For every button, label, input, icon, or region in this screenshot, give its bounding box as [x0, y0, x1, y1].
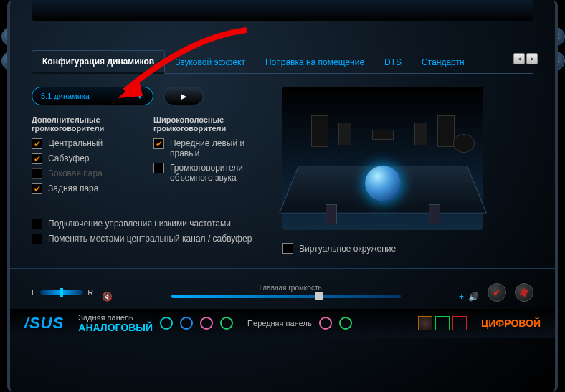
virtual-surround-label: Виртуальное окружение [299, 244, 396, 254]
mode-icon-1[interactable] [418, 316, 432, 330]
front-left-speaker-icon[interactable] [311, 115, 328, 147]
jack-pink-rear[interactable] [200, 317, 213, 330]
speaker-config-dropdown[interactable]: 5.1 динамика ▼ [32, 87, 153, 105]
speaker-layout-visual [282, 87, 483, 230]
tab-default[interactable]: Стандартн [412, 52, 475, 73]
apply-button[interactable] [488, 283, 506, 302]
listener-orb-icon [365, 166, 401, 201]
check-side-pair: Боковая пара [32, 168, 139, 179]
tab-sound-effect[interactable]: Звуковой эффект [165, 52, 255, 73]
mode-icon-3[interactable] [452, 316, 467, 330]
speaker-icon: 🔊 [468, 292, 479, 302]
divider [10, 268, 555, 269]
rear-right-speaker-icon[interactable] [429, 204, 440, 224]
tab-bar: Конфигурация динамиков Звуковой эффект П… [32, 50, 533, 74]
mode-icon-2[interactable] [435, 316, 450, 330]
main-volume-slider[interactable] [171, 295, 401, 298]
jack-blue[interactable] [180, 317, 193, 330]
jack-cyan[interactable] [160, 317, 173, 330]
top-decoration [32, 0, 533, 21]
check-front-lr[interactable]: ✔ Передние левый и правый [153, 138, 268, 158]
analog-label: АНАЛОГОВЫЙ [78, 322, 153, 333]
jack-pink-front[interactable] [319, 317, 332, 330]
subwoofer-icon[interactable] [453, 134, 475, 153]
dropdown-label: 5.1 динамика [41, 92, 90, 100]
check-virtual-surround[interactable] [282, 243, 293, 254]
rear-left-speaker-icon[interactable] [326, 204, 337, 224]
fullrange-speakers-title: Широкополосные громкоговорители [153, 115, 268, 133]
tab-dts[interactable]: DTS [374, 52, 412, 73]
tab-scroll-left[interactable]: ◂ [513, 53, 525, 64]
brand-logo: /SUS [24, 314, 64, 333]
check-bass-management[interactable]: Подключение управления низкими частотами [32, 219, 268, 229]
reset-button[interactable] [515, 283, 533, 302]
balance-slider[interactable]: L R [32, 288, 93, 297]
center-speaker-icon[interactable] [372, 130, 394, 140]
front-right-speaker-icon[interactable] [437, 115, 455, 147]
check-surround[interactable]: Громкоговорители объемного звука [153, 163, 268, 183]
mute-icon[interactable]: 🔇 [102, 292, 113, 302]
jack-green-rear[interactable] [220, 317, 233, 330]
check-subwoofer[interactable]: ✔ Сабвуфер [32, 153, 139, 164]
play-icon: ▶ [181, 92, 186, 101]
jack-green-front[interactable] [339, 317, 352, 330]
check-rear-pair[interactable]: ✔ Задняя пара [32, 183, 139, 194]
check-swap-center-sub[interactable]: Поменять местами центральный канал / саб… [32, 234, 268, 244]
chevron-down-icon: ▼ [136, 91, 144, 101]
play-test-button[interactable]: ▶ [163, 87, 204, 105]
rear-panel-jacks: Задняя панель АНАЛОГОВЫЙ [78, 313, 233, 333]
additional-speakers-title: Дополнительные громкоговорители [32, 115, 139, 133]
side-left-speaker-icon[interactable] [338, 123, 351, 145]
main-volume-label: Главная громкость [102, 284, 479, 292]
side-right-speaker-icon[interactable] [414, 123, 427, 145]
tab-speaker-config[interactable]: Конфигурация динамиков [32, 50, 165, 74]
tab-scroll-right[interactable]: ▸ [526, 53, 538, 64]
tab-room-correction[interactable]: Поправка на помещение [255, 52, 374, 73]
front-panel-jacks: Передняя панель [247, 317, 352, 330]
digital-label: ЦИФРОВОЙ [481, 317, 541, 329]
check-center[interactable]: ✔ Центральный [32, 138, 139, 149]
